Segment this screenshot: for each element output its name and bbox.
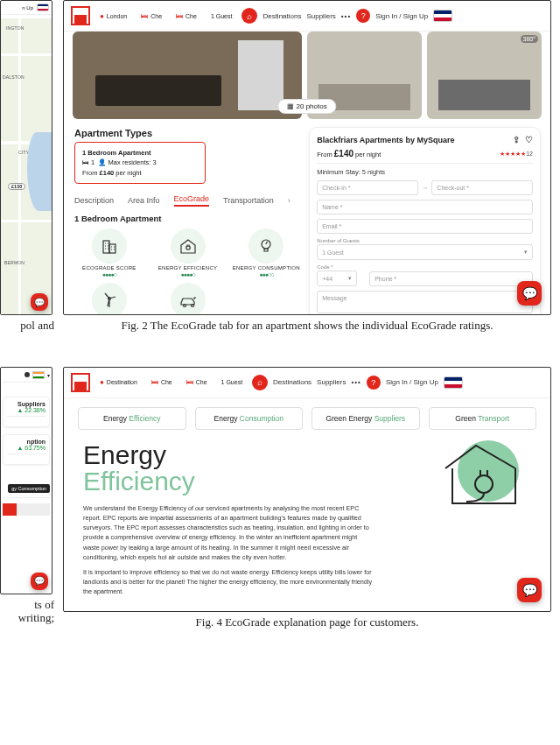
house-plug-icon	[171, 228, 206, 264]
message-input[interactable]: Message	[317, 291, 533, 313]
help-icon[interactable]: ?	[367, 376, 381, 390]
code-label: Code *	[317, 264, 366, 270]
tab-energy-efficiency[interactable]: Energy Efficiency	[78, 407, 186, 430]
paragraph-2: It is important to improve efficiency so…	[83, 567, 372, 596]
bulb-icon	[248, 228, 284, 264]
svg-point-6	[191, 304, 193, 306]
stat-card: nption ▲ 63.75%	[3, 434, 50, 465]
arrow-right-icon: →	[422, 184, 429, 192]
tab-green-suppliers[interactable]: Green Energy Suppliers	[312, 407, 420, 430]
tab-green-transport[interactable]: Green Transport	[429, 407, 537, 430]
signin-link[interactable]: Sign In / Sign Up	[386, 378, 438, 386]
name-input[interactable]: Name *	[317, 200, 533, 214]
checkin-field[interactable]: 🛏Che	[136, 11, 166, 22]
chevron-right-icon[interactable]: ›	[288, 196, 290, 205]
map-canvas[interactable]: INGTON DALSTON CITY £130 BERMON	[1, 18, 52, 314]
chat-fab-icon[interactable]: 💬	[31, 293, 48, 311]
tab-area-info[interactable]: Area Info	[128, 196, 160, 205]
wind-turbine-icon	[92, 283, 127, 315]
checkout-field[interactable]: 🛏Che	[182, 376, 212, 388]
eco-item-suppliers: GREEN ENERGY SUPPLIERS ●●●●●	[74, 283, 144, 315]
checkin-field[interactable]: 🛏Che	[147, 376, 177, 388]
nav-suppliers[interactable]: Suppliers	[306, 12, 335, 20]
bar-chart-fragment	[3, 503, 50, 516]
flag-icon[interactable]	[433, 10, 452, 22]
hero-gallery: 360° ▦ 20 photos	[64, 32, 550, 119]
apt-card-title: 1 Bedroom Apartment	[82, 148, 198, 158]
chevron-down-icon: ▾	[348, 275, 352, 282]
email-input[interactable]: Email *	[317, 219, 533, 234]
share-icon[interactable]: ⇪	[513, 135, 520, 144]
country-code-select[interactable]: +44▾	[317, 271, 357, 286]
nav-destinations[interactable]: Destinations	[262, 12, 301, 20]
signin-fragment: n Up	[22, 5, 33, 11]
flag-icon[interactable]	[444, 376, 463, 389]
destination-field[interactable]: ●Destination	[95, 376, 142, 388]
chat-fab-icon[interactable]: 💬	[517, 281, 542, 306]
fragment-dashboard-panel: ▾ Suppliers ▲ 22.38% nption ▲ 63.75% gy …	[0, 367, 52, 594]
tab-energy-consumption[interactable]: Energy Consumption	[195, 407, 304, 430]
ev-car-icon	[171, 283, 206, 315]
pill-button[interactable]: gy Consumption	[8, 484, 50, 493]
more-icon[interactable]: •••	[341, 12, 351, 20]
svg-rect-0	[103, 241, 109, 253]
logo-icon[interactable]	[71, 373, 90, 392]
dot-icon	[24, 372, 30, 377]
hero-image-3[interactable]: 360°	[427, 32, 542, 119]
fragment-caption-pool: pol and	[0, 319, 54, 334]
map-price-pin[interactable]: £130	[8, 183, 25, 190]
search-icon[interactable]: ⌕	[252, 375, 268, 390]
checkout-input[interactable]: Check-out *	[431, 180, 533, 195]
nav-suppliers[interactable]: Suppliers	[317, 378, 346, 386]
chevron-down-icon[interactable]: ▾	[47, 372, 50, 378]
photos-count-button[interactable]: ▦ 20 photos	[277, 99, 336, 114]
star-rating: ★★★★★12	[500, 151, 533, 158]
tab-ecograde[interactable]: EcoGrade	[174, 194, 210, 207]
topbar: ●Destination 🛏Che 🛏Che 1 Guest ⌕ Destina…	[64, 368, 550, 398]
svg-point-2	[186, 246, 189, 250]
nav-destinations[interactable]: Destinations	[273, 378, 312, 386]
guests-field[interactable]: 1 Guest	[206, 11, 237, 21]
tab-transportation[interactable]: Transportation	[223, 196, 274, 205]
help-icon[interactable]: ?	[356, 9, 370, 23]
chat-fab-icon[interactable]: 💬	[517, 578, 542, 602]
paragraph-1: We understand the Energy Efficiency of o…	[83, 503, 372, 562]
logo-icon[interactable]	[71, 6, 90, 25]
apartment-type-card[interactable]: 1 Bedroom Apartment 🛏 1 👤 Max residents:…	[74, 142, 206, 184]
checkout-field[interactable]: 🛏Che	[172, 11, 201, 22]
tab-description[interactable]: Description	[74, 196, 114, 205]
leaves-icon: ●●●●○	[181, 271, 195, 278]
house-plug-illustration	[428, 433, 524, 512]
search-icon[interactable]: ⌕	[242, 8, 257, 24]
leaves-icon: ●●●○○	[259, 271, 273, 278]
fragment-map-panel: n Up By Camer INGTON DALSTON CITY £130 B…	[0, 0, 52, 315]
ecograde-grid: ECOGRADE SCORE ●●●●○ ENERGY EFFICIENCY ●…	[74, 228, 301, 315]
eco-item-efficiency: ENERGY EFFICIENCY ●●●●○	[153, 228, 223, 278]
eco-item-consumption: ENERGY CONSUMPTION ●●●○○	[231, 228, 301, 278]
chat-fab-icon[interactable]: 💬	[31, 573, 48, 590]
heart-icon[interactable]: ♡	[525, 135, 533, 144]
fig2-screenshot: ●London 🛏Che 🛏Che 1 Guest ⌕ Destinations…	[63, 0, 551, 315]
guests-select[interactable]: 1 Guest▾	[317, 244, 533, 260]
signin-link[interactable]: Sign In / Sign Up	[375, 12, 428, 20]
min-stay-label: Minimum Stay: 5 nights	[317, 168, 533, 176]
location-field[interactable]: ●London	[95, 11, 131, 22]
eco-subhead: 1 Bedroom Apartment	[74, 214, 301, 223]
svg-point-5	[183, 304, 186, 306]
apartment-types-heading: Apartment Types	[74, 128, 301, 138]
bed-icon: 🛏	[82, 158, 89, 166]
fragment-caption-writing: writing;	[0, 611, 54, 626]
hero-image-main[interactable]	[73, 32, 302, 119]
eco-item-score: ECOGRADE SCORE ●●●●○	[74, 228, 144, 278]
person-icon: 👤	[98, 158, 106, 166]
leaves-icon: ●●●●○	[102, 271, 116, 278]
fig4-screenshot: ●Destination 🛏Che 🛏Che 1 Guest ⌕ Destina…	[63, 367, 551, 612]
checkin-input[interactable]: Check-in *	[317, 180, 418, 195]
detail-tabs: Description Area Info EcoGrade Transport…	[74, 194, 301, 207]
eco-item-transport: GREEN TRANSPORTATION ●●●○○	[153, 283, 223, 315]
guests-label: Number of Guests	[317, 238, 533, 243]
guests-field[interactable]: 1 Guest	[217, 377, 248, 387]
fig4-caption: Fig. 4 EcoGrade explanation page for cus…	[63, 615, 551, 630]
phone-input[interactable]: Phone *	[369, 271, 533, 286]
more-icon[interactable]: •••	[351, 378, 360, 386]
